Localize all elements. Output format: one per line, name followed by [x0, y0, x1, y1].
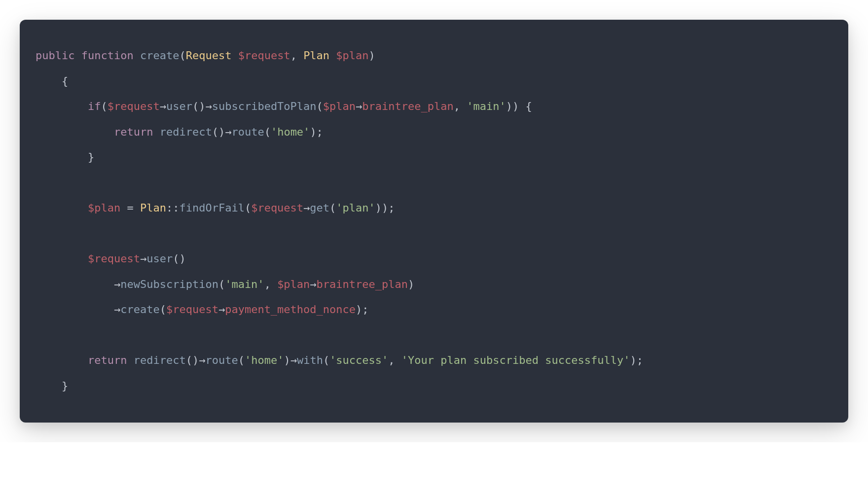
code-token: create — [140, 49, 179, 62]
code-token: redirect — [160, 126, 212, 138]
code-token: ); — [630, 354, 643, 366]
code-token: → — [114, 278, 120, 290]
code-token: } — [36, 151, 94, 163]
code-token: $request — [88, 252, 140, 265]
code-token: → — [140, 252, 146, 265]
code-token: () — [173, 252, 186, 265]
code-token: 'success' — [329, 354, 388, 366]
code-token: ( — [264, 126, 271, 138]
code-token: 'plan' — [336, 202, 375, 214]
code-token: return — [114, 126, 153, 138]
code-token — [36, 100, 88, 112]
code-token: → — [290, 354, 297, 366]
code-token: subscribedToPlan — [212, 100, 317, 112]
code-token — [74, 49, 81, 62]
code-token: payment_method_nonce — [225, 303, 356, 316]
code-token: 'home' — [245, 354, 284, 366]
code-token: ( — [218, 278, 225, 290]
code-token: () — [192, 100, 206, 112]
code-token — [231, 49, 238, 62]
code-token: 'home' — [271, 126, 310, 138]
code-token: → — [114, 303, 120, 316]
code-token: Plan — [303, 49, 329, 62]
code-token: → — [160, 100, 166, 112]
code-token — [153, 126, 159, 138]
code-token — [36, 354, 88, 366]
code-token — [36, 303, 114, 316]
code-token — [36, 278, 114, 290]
code-token — [36, 126, 114, 138]
code-token: $plan — [277, 278, 310, 290]
code-token: ( — [238, 354, 245, 366]
code-token: 'main' — [225, 278, 264, 290]
code-token: } — [36, 380, 68, 392]
code-token: public — [36, 49, 74, 62]
code-token: )); — [375, 202, 395, 214]
code-token: ( — [317, 100, 323, 112]
code-block: public function create(Request $request,… — [36, 43, 832, 399]
code-token: Request — [186, 49, 232, 62]
code-token: , — [290, 49, 304, 62]
code-token: $plan — [323, 100, 356, 112]
code-token: , — [264, 278, 278, 290]
code-token: if — [88, 100, 101, 112]
code-token: ( — [160, 303, 166, 316]
code-token — [329, 49, 336, 62]
code-token: route — [231, 126, 264, 138]
code-token: user — [146, 252, 173, 265]
code-token: () — [186, 354, 199, 366]
code-token: braintree_plan — [362, 100, 453, 112]
code-token: ); — [356, 303, 369, 316]
code-content: public function create(Request $request,… — [36, 49, 643, 392]
code-token: → — [205, 100, 212, 112]
code-token: ) — [408, 278, 414, 290]
code-token: ( — [323, 354, 329, 366]
code-token: route — [205, 354, 238, 366]
code-token — [127, 354, 133, 366]
code-token: , — [388, 354, 401, 366]
code-token: newSubscription — [120, 278, 218, 290]
code-token: ( — [101, 100, 107, 112]
code-token: ) — [369, 49, 375, 62]
code-token — [134, 49, 140, 62]
code-token — [36, 202, 88, 214]
code-token: ); — [310, 126, 323, 138]
code-token: = — [120, 202, 140, 214]
code-token: → — [199, 354, 205, 366]
code-token: user — [166, 100, 192, 112]
code-token: → — [225, 126, 231, 138]
code-token: → — [310, 278, 316, 290]
code-token: Plan — [140, 202, 166, 214]
code-token: ( — [179, 49, 185, 62]
code-token: findOrFail — [179, 202, 244, 214]
code-token: get — [310, 202, 329, 214]
code-token: :: — [166, 202, 180, 214]
code-token: , — [454, 100, 467, 112]
code-token: braintree_plan — [317, 278, 408, 290]
code-token: function — [81, 49, 134, 62]
code-token: $request — [251, 202, 303, 214]
code-snippet-card: public function create(Request $request,… — [20, 20, 848, 423]
code-token: create — [120, 303, 159, 316]
code-token: $request — [166, 303, 218, 316]
code-token: redirect — [134, 354, 186, 366]
code-token: → — [303, 202, 310, 214]
code-token: )) { — [506, 100, 532, 112]
code-token: ( — [329, 202, 336, 214]
code-token: 'main' — [467, 100, 506, 112]
code-token — [36, 252, 88, 265]
code-token: → — [356, 100, 362, 112]
code-token: 'Your plan subscribed successfully' — [401, 354, 630, 366]
code-token: $request — [108, 100, 160, 112]
code-token: $plan — [336, 49, 368, 62]
code-token: $plan — [88, 202, 120, 214]
code-token: () — [212, 126, 225, 138]
code-token: return — [88, 354, 127, 366]
code-token: ( — [245, 202, 251, 214]
code-token: ) — [284, 354, 290, 366]
code-token: with — [297, 354, 323, 366]
code-token: $request — [238, 49, 290, 62]
code-token: { — [36, 75, 68, 87]
code-token: → — [218, 303, 225, 316]
